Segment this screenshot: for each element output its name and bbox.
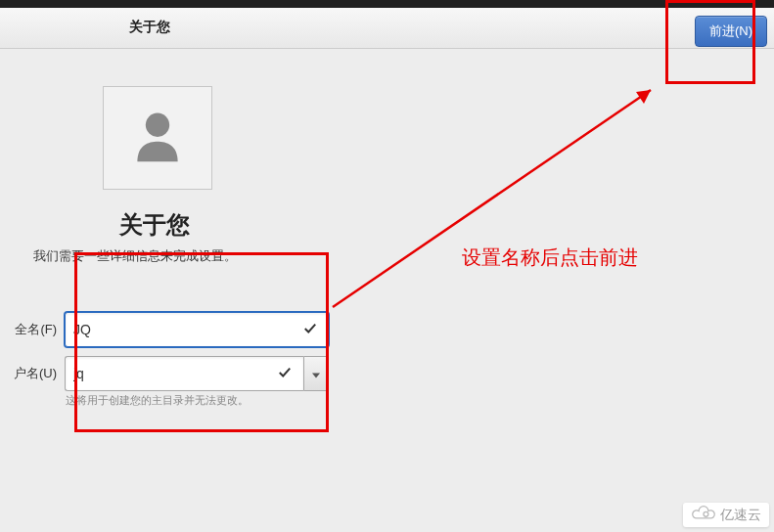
chevron-down-icon — [312, 365, 320, 382]
page-subheading: 我们需要一些详细信息来完成设置。 — [33, 247, 237, 265]
username-hint: 这将用于创建您的主目录并无法更改。 — [66, 393, 249, 408]
username-dropdown-button[interactable] — [303, 356, 329, 391]
page-heading: 关于您 — [119, 209, 190, 241]
user-icon — [128, 105, 187, 171]
content-area: 关于您 我们需要一些详细信息来完成设置。 全名(F) 户名(U) 这将用于创建您… — [0, 49, 774, 86]
window-top-strip — [0, 0, 774, 8]
avatar-picker[interactable] — [103, 86, 212, 190]
title-bar: 关于您 前进(N) — [0, 8, 774, 49]
fullname-row: 全名(F) — [0, 312, 329, 347]
forward-button[interactable]: 前进(N) — [695, 16, 767, 47]
svg-line-1 — [333, 90, 651, 307]
svg-marker-2 — [636, 90, 651, 104]
fullname-input[interactable] — [65, 312, 329, 347]
watermark-text: 亿速云 — [720, 507, 761, 524]
username-label: 户名(U) — [0, 365, 57, 382]
svg-point-0 — [146, 113, 169, 137]
svg-point-3 — [704, 511, 708, 516]
cloud-icon — [691, 506, 716, 524]
annotation-arrow — [313, 72, 675, 317]
username-row: 户名(U) — [0, 356, 329, 391]
fullname-label: 全名(F) — [0, 321, 57, 338]
username-input[interactable] — [65, 356, 303, 391]
watermark: 亿速云 — [683, 503, 769, 527]
window-title: 关于您 — [129, 19, 170, 36]
annotation-text: 设置名称后点击前进 — [462, 244, 638, 271]
